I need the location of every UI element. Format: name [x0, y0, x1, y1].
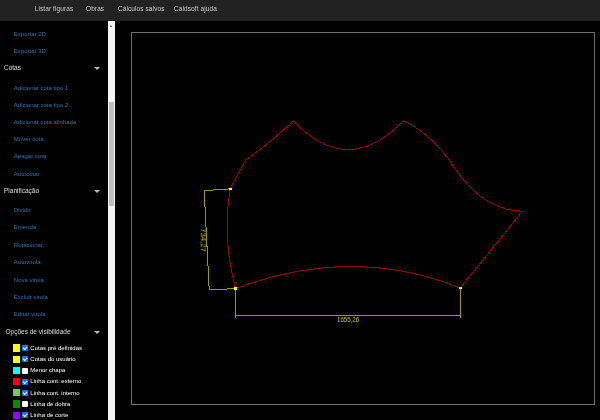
- svg-text:Editar virola: Editar virola: [14, 311, 46, 317]
- svg-text:Adicionar cota alinhada: Adicionar cota alinhada: [14, 119, 77, 125]
- svg-text:Opções de visibilidade: Opções de visibilidade: [6, 328, 71, 336]
- svg-text:Caldsoft ajuda: Caldsoft ajuda: [174, 5, 217, 13]
- svg-text:Emenda: Emenda: [14, 224, 37, 230]
- svg-text:Linha cont. externo: Linha cont. externo: [30, 378, 82, 384]
- svg-text:Linha cont. interno: Linha cont. interno: [30, 390, 80, 396]
- svg-text:Rotacionar: Rotacionar: [14, 242, 43, 248]
- svg-text:Exportar 2D: Exportar 2D: [14, 31, 47, 37]
- svg-text:Menor chapa: Menor chapa: [30, 367, 66, 373]
- svg-text:Cotas do usuário: Cotas do usuário: [30, 356, 76, 362]
- svg-text:Planificação: Planificação: [4, 187, 39, 195]
- svg-text:734,27: 734,27: [199, 228, 208, 252]
- svg-text:Cálculos salvos: Cálculos salvos: [118, 5, 165, 12]
- svg-text:Adicionar cota tipo 1: Adicionar cota tipo 1: [14, 85, 69, 91]
- svg-text:Nova virola: Nova virola: [14, 277, 45, 283]
- svg-text:Apagar cota: Apagar cota: [14, 153, 47, 159]
- svg-text:Autovirola: Autovirola: [14, 259, 41, 265]
- svg-text:Cotas: Cotas: [4, 64, 22, 71]
- svg-text:Cotas pré definidas: Cotas pré definidas: [30, 345, 82, 351]
- svg-text:Listar figuras: Listar figuras: [35, 5, 74, 13]
- svg-text:Dividir: Dividir: [14, 207, 31, 213]
- svg-text:Mover cota: Mover cota: [14, 136, 44, 142]
- svg-text:Adicionar cota tipo 2: Adicionar cota tipo 2: [14, 102, 69, 108]
- svg-text:Linha de dobra: Linha de dobra: [30, 401, 71, 407]
- svg-text:Obras: Obras: [86, 5, 105, 12]
- svg-text:Autocotar: Autocotar: [14, 171, 40, 177]
- svg-text:Linha de corte: Linha de corte: [30, 412, 69, 418]
- svg-text:Excluir virola: Excluir virola: [14, 294, 49, 300]
- svg-text:Exportar 3D: Exportar 3D: [14, 48, 47, 54]
- svg-text:1655,26: 1655,26: [337, 315, 359, 324]
